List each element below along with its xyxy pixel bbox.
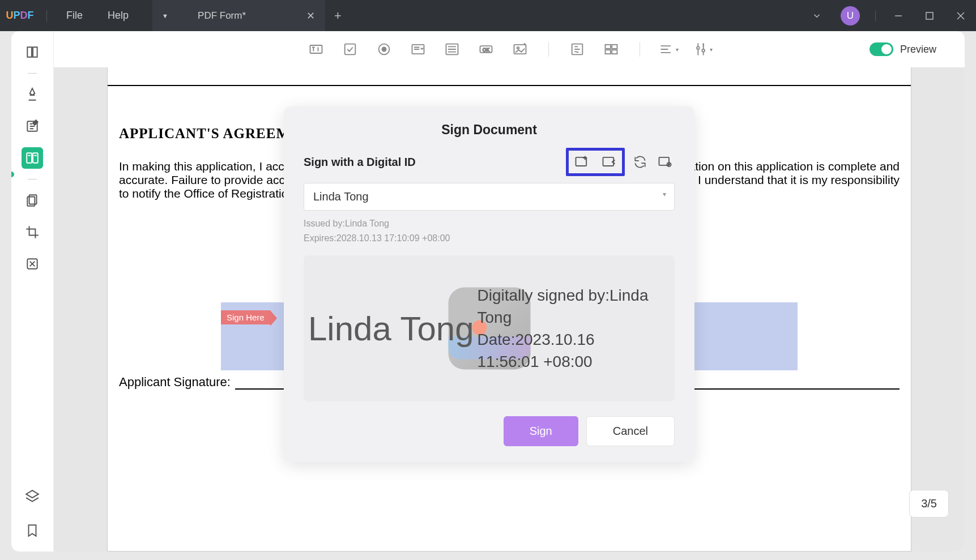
toolbar: OK ▾ ▾ Preview [54, 31, 965, 67]
view-details-icon[interactable] [655, 152, 675, 172]
svg-point-43 [668, 164, 670, 165]
redact-icon[interactable] [22, 253, 43, 275]
divider [46, 10, 47, 22]
tab-add-button[interactable]: + [325, 0, 351, 31]
tab-list-dropdown[interactable]: ▼ [152, 0, 178, 31]
page-indicator[interactable]: 3/5 [909, 490, 949, 518]
svg-rect-15 [345, 44, 356, 55]
preview-toggle[interactable] [870, 42, 893, 56]
sign-button[interactable]: Sign [504, 416, 578, 446]
svg-rect-5 [27, 153, 32, 163]
signature-details: Digitally signed by:Linda Tong Date:2023… [474, 284, 649, 373]
form-tools-icon[interactable]: ▾ [692, 39, 713, 59]
svg-rect-33 [612, 50, 617, 54]
signature-tool-icon[interactable] [567, 39, 587, 59]
signature-name: Linda Tong [308, 309, 474, 348]
bookmark-icon[interactable] [22, 520, 43, 541]
highlighted-id-actions [566, 148, 625, 176]
left-sidebar [11, 31, 54, 552]
signature-preview: Linda Tong Digitally signed by:Linda Ton… [304, 255, 675, 401]
dropdown-tool-icon[interactable] [408, 39, 428, 59]
annotate-icon[interactable] [22, 84, 43, 105]
svg-rect-13 [310, 45, 322, 53]
svg-rect-30 [606, 45, 611, 49]
close-button[interactable] [945, 0, 976, 31]
listbox-tool-icon[interactable] [442, 39, 462, 59]
import-id-icon[interactable] [599, 152, 619, 172]
cancel-button[interactable]: Cancel [586, 416, 675, 446]
svg-point-37 [697, 46, 700, 49]
image-field-tool-icon[interactable] [510, 39, 530, 59]
maximize-button[interactable] [914, 0, 945, 31]
form-mode-icon[interactable] [22, 147, 43, 169]
signature-label-left: Applicant Signature: [119, 375, 231, 390]
organize-pages-icon[interactable] [22, 190, 43, 211]
divider [28, 73, 37, 74]
svg-marker-12 [26, 490, 39, 498]
titlebar: UPDF File Help ▼ PDF Form* ✕ + U [0, 0, 976, 31]
dialog-title: Sign Document [304, 122, 675, 138]
layers-icon[interactable] [22, 486, 43, 507]
crop-icon[interactable] [22, 221, 43, 243]
divider [108, 85, 911, 86]
text-field-tool-icon[interactable] [306, 39, 326, 59]
svg-rect-32 [606, 50, 611, 54]
checkbox-tool-icon[interactable] [340, 39, 360, 59]
minimize-button[interactable] [883, 0, 914, 31]
svg-point-28 [517, 47, 519, 49]
divider [640, 42, 640, 57]
sign-document-dialog: Sign Document Sign with a Digital ID Lin… [284, 106, 694, 462]
refresh-icon[interactable] [630, 152, 650, 172]
id-metadata: Issued by:Linda Tong Expires:2028.10.13 … [304, 216, 675, 245]
tab-label: PDF Form* [198, 10, 246, 22]
radio-tool-icon[interactable] [374, 39, 394, 59]
preview-label: Preview [900, 44, 936, 55]
svg-text:OK: OK [483, 48, 489, 53]
svg-point-38 [702, 49, 705, 52]
svg-rect-1 [926, 12, 933, 19]
divider [548, 42, 549, 57]
button-tool-icon[interactable]: OK [476, 39, 496, 59]
reader-mode-icon[interactable] [22, 41, 43, 63]
svg-point-17 [382, 48, 386, 52]
edit-text-icon[interactable] [22, 116, 43, 137]
sign-here-tag: Sign Here [221, 310, 270, 324]
close-icon[interactable]: ✕ [306, 10, 315, 22]
tab-pdf-form[interactable]: PDF Form* ✕ [178, 0, 325, 31]
avatar[interactable]: U [841, 6, 860, 25]
chevron-down-icon[interactable] [801, 0, 832, 31]
menu-file[interactable]: File [54, 10, 95, 22]
digital-id-select[interactable]: Linda Tong [304, 183, 675, 211]
divider [875, 10, 876, 22]
svg-rect-31 [612, 45, 617, 49]
menu-help[interactable]: Help [95, 10, 141, 22]
create-id-icon[interactable] [572, 152, 591, 172]
barcode-tool-icon[interactable] [601, 39, 621, 59]
divider [28, 179, 37, 179]
dialog-subtitle: Sign with a Digital ID [304, 156, 416, 169]
app-logo: UPDF [0, 10, 40, 22]
align-tool-icon[interactable]: ▾ [658, 39, 679, 59]
svg-rect-6 [33, 153, 38, 163]
